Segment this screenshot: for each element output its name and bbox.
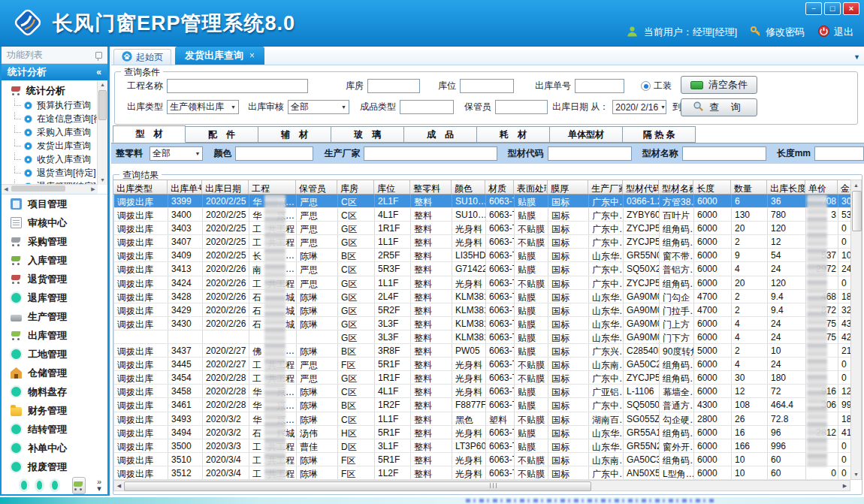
module-dot-icon[interactable] (37, 481, 43, 490)
cart-module-button[interactable] (72, 477, 86, 494)
table-row[interactable]: 调拨出库33992020/2/25华原…严思C区2L1F整料SU10…6063-… (114, 195, 850, 208)
scroll-left-icon[interactable]: ◀ (2, 185, 11, 194)
table-row[interactable]: 调拨出库34092020/2/25长…陈琳B区2R5F整料LI35HD6063-… (114, 249, 850, 262)
table-row[interactable]: 调拨出库34372020/2/27佛…陈琳B区3R8F整料PW056063-T5… (114, 344, 850, 358)
tree-item[interactable]: 在途信息查询[待 (2, 112, 98, 125)
table-row[interactable]: 调拨出库34132020/2/26南…严思C区5R3F整料G714226063-… (114, 262, 850, 276)
scroll-thumb[interactable] (98, 90, 107, 120)
table-row[interactable]: G区3L3F整料KLM38176063-T5贴膜国标山东华…GA90M09.门下… (114, 330, 850, 344)
sidebar-module-结转管理[interactable]: 结转管理 (2, 420, 107, 439)
sidebar-module-退库管理[interactable]: 退库管理 (2, 288, 107, 307)
sidebar-module-财务管理[interactable]: 财务管理 (2, 401, 107, 420)
table-row[interactable]: 调拨出库35102020/3/4工共工程陈琳F区5R1F整料光身料6063-T5… (114, 453, 850, 466)
clear-conditions-button[interactable]: 清空条件 (681, 76, 757, 94)
sidebar-module-审核中心[interactable]: 审核中心 (2, 213, 107, 232)
material-tab-6[interactable]: 耗 材 (477, 126, 550, 143)
scroll-thumb[interactable] (124, 481, 591, 491)
table-row[interactable]: 调拨出库34582020/2/28华原…陈琳C区4L1F整料光身料6063-T5… (114, 385, 850, 398)
maximize-button[interactable]: □ (824, 2, 841, 15)
length-input[interactable] (814, 146, 864, 161)
out-type-select[interactable]: 生产领料出库▼ (167, 100, 239, 114)
profile-code-input[interactable] (548, 146, 632, 161)
scroll-down-icon[interactable]: ▼ (98, 176, 107, 185)
material-tab-1[interactable]: 型 材 (113, 125, 186, 143)
tree-root[interactable]: 统计分析 (2, 83, 107, 98)
sidebar-module-补单中心[interactable]: 补单中心 (2, 439, 107, 457)
project-name-input[interactable] (167, 79, 308, 93)
tab-home[interactable]: 起始页 (113, 49, 171, 65)
sidebar-module-出库管理[interactable]: 出库管理 (2, 326, 107, 345)
change-password-button[interactable]: 修改密码 (750, 26, 805, 40)
material-tab-5[interactable]: 成 品 (404, 126, 477, 143)
minimize-button[interactable]: － (805, 2, 822, 15)
column-header[interactable]: 整零料 (410, 180, 452, 194)
material-tab-3[interactable]: 辅 材 (258, 126, 331, 143)
table-row[interactable]: 调拨出库34292020/2/26石城陈琳G区5R2F整料KLM38176063… (114, 303, 850, 317)
sidebar-module-报废管理[interactable]: 报废管理 (2, 457, 107, 476)
table-row[interactable]: 调拨出库34002020/2/25华原…严思C区4L1F整料SU10…6063-… (114, 208, 850, 222)
sidebar-module-仓储管理[interactable]: 仓储管理 (2, 364, 107, 382)
slot-input[interactable] (460, 79, 514, 93)
grid-horizontal-scrollbar[interactable]: ◀ ▶ (113, 480, 850, 491)
sidebar-module-入库管理[interactable]: 入库管理 (2, 251, 107, 270)
scrollbar-grip[interactable] (490, 483, 497, 488)
table-row[interactable]: 调拨出库35002020/3/3工共工程曹佳D区3L1F整料LT3P606063… (114, 439, 850, 453)
tab-close-icon[interactable]: × (249, 50, 255, 61)
warehouse-input[interactable] (367, 79, 420, 93)
column-header[interactable]: 库房 (337, 180, 374, 194)
column-header[interactable]: 材质 (485, 180, 514, 194)
tree-vertical-scrollbar[interactable]: ▲ ▼ (97, 80, 107, 185)
column-header[interactable]: 保管员 (296, 180, 337, 194)
overflow-chevron[interactable]: »▾ (97, 478, 101, 492)
sidebar-group-header[interactable]: 统计分析 « (2, 64, 107, 80)
table-row[interactable]: 调拨出库34032020/2/25工共工程严思G区1R1F整料光身料6063-T… (114, 222, 850, 235)
scroll-left-icon[interactable]: ◀ (114, 481, 124, 490)
column-header[interactable]: 出库长度 (767, 180, 805, 194)
column-header[interactable]: 出库日期 (202, 180, 249, 194)
date-from-select[interactable]: 2020/ 2/16▼ (612, 100, 666, 114)
material-tab-7[interactable]: 单体型材 (550, 126, 623, 143)
table-row[interactable]: 调拨出库34942020/3/2石辉城汤伟H区5R1F整料光身料6063-T5贴… (114, 426, 850, 439)
collapse-icon[interactable]: « (96, 64, 101, 80)
tree-horizontal-scrollbar[interactable]: ◀ ▶ (2, 184, 98, 194)
table-row[interactable]: 调拨出库34612020/2/28华原…陈琳B区1R2F整料F8877FT606… (114, 398, 850, 412)
order-no-input[interactable] (575, 79, 624, 93)
tree-item[interactable]: 发货出库查询 (2, 139, 98, 152)
close-button[interactable]: × (843, 2, 859, 15)
sidebar-module-项目管理[interactable]: 项目管理 (2, 195, 107, 213)
module-dot-icon[interactable] (21, 481, 27, 490)
table-row[interactable]: 调拨出库34932020/3/2华原…陈琳C区1L1F整料黑色塑料不贴膜国标湖南… (114, 412, 850, 426)
tree-item[interactable]: 预算执行查询 (2, 98, 98, 112)
scroll-up-icon[interactable]: ▲ (851, 180, 861, 190)
table-row[interactable]: 调拨出库34282020/2/26石城陈琳G区2L4F整料KLM38176063… (114, 290, 850, 303)
sidebar-module-采购管理[interactable]: 采购管理 (2, 232, 107, 251)
scroll-thumb[interactable] (11, 186, 65, 192)
column-header[interactable]: 出库单号 (168, 180, 202, 194)
table-row[interactable]: 调拨出库34242020/2/26工共工程严思G区1L1F整料光身料6063-T… (114, 276, 850, 290)
profile-name-input[interactable] (682, 146, 766, 161)
factory-input[interactable] (364, 146, 497, 161)
tab-list-dropdown-icon[interactable]: ▼ (853, 53, 860, 61)
sidebar-module-工地管理[interactable]: 工地管理 (2, 345, 107, 364)
column-header[interactable]: 工程 (249, 180, 296, 194)
tree-item[interactable]: 收货入库查询 (2, 152, 98, 166)
column-header[interactable]: 型材名称 (659, 180, 693, 194)
column-header[interactable]: 膜厚 (548, 180, 588, 194)
column-header[interactable]: 型材代码 (623, 180, 659, 194)
search-button[interactable]: 查 询 (681, 98, 757, 116)
column-header[interactable]: 单价 (805, 180, 838, 194)
table-row[interactable]: 调拨出库35122020/3/4工共工程陈琳F区1L2F整料光身料6063-T5… (114, 466, 850, 480)
table-row[interactable]: 调拨出库34302020/2/26石城陈琳G区3L3F整料KLM38176063… (114, 317, 850, 330)
column-header[interactable]: 金额 (838, 180, 850, 194)
sidebar-module-生产管理[interactable]: 生产管理 (2, 307, 107, 326)
column-header[interactable]: 表面处理 (514, 180, 548, 194)
scroll-right-icon[interactable]: ▶ (89, 185, 98, 194)
sidebar-module-退货管理[interactable]: 退货管理 (2, 270, 107, 288)
logout-button[interactable]: 退出 (817, 25, 853, 40)
tree-item[interactable]: 退货查询[待定] (2, 166, 98, 180)
scroll-right-icon[interactable]: ▶ (840, 481, 850, 490)
table-row[interactable]: 调拨出库34452020/2/27工共工程严思F区5R1F整料光身料6063-T… (114, 358, 850, 371)
column-header[interactable]: 生产厂家 (588, 180, 623, 194)
column-header[interactable]: 长度 (693, 180, 731, 194)
tab-shipping-outbound-query[interactable]: 发货出库查询 × (175, 47, 264, 65)
